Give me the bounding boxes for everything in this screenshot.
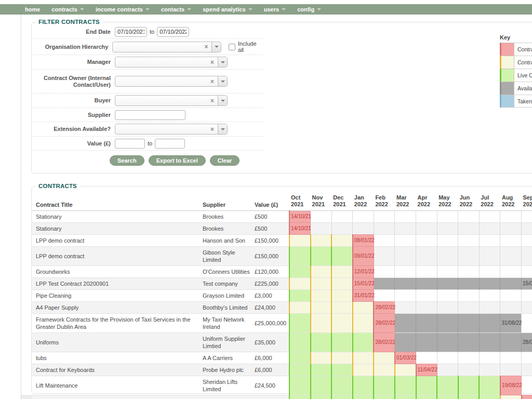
gantt-cell-none bbox=[374, 266, 395, 278]
key-row: Contrac bbox=[500, 43, 532, 56]
gantt-cell-none bbox=[437, 211, 458, 223]
gantt-cell-live bbox=[331, 247, 353, 266]
nav-item-label: home bbox=[25, 6, 40, 12]
gantt-date-label: 09/01/22 bbox=[353, 252, 374, 260]
nav-item-users[interactable]: users bbox=[262, 5, 288, 14]
table-row[interactable]: StationaryBrookes£50014/10/21 bbox=[32, 211, 532, 223]
clear-button[interactable]: Clear bbox=[210, 155, 240, 166]
gantt-cell-ext bbox=[437, 278, 458, 290]
gantt-cell-end: 14/10/21 bbox=[289, 223, 311, 235]
gantt-cell-none bbox=[416, 211, 437, 223]
column-header-month: Jul2022 bbox=[479, 193, 500, 211]
gantt-cell-none bbox=[479, 352, 500, 364]
nav-item-income-contracts[interactable]: income contracts bbox=[94, 5, 152, 14]
value-cell: £225,000 bbox=[252, 278, 289, 290]
clear-selection-icon[interactable]: × bbox=[207, 97, 218, 104]
gantt-cell-none bbox=[353, 223, 374, 235]
export-to-excel-button[interactable]: Export to Excel bbox=[149, 155, 206, 166]
gantt-cell-ext bbox=[416, 278, 437, 290]
gantt-cell-notice bbox=[311, 290, 332, 302]
gantt-cell-end: 28/02/22 bbox=[374, 302, 395, 314]
gantt-cell-none bbox=[479, 266, 500, 278]
gantt-cell-none bbox=[479, 247, 500, 266]
key-row: Contrac bbox=[500, 56, 532, 69]
table-row[interactable]: Contract for KeyboardsProbe Hydro plc£6,… bbox=[32, 364, 532, 376]
gantt-cell-none bbox=[374, 235, 395, 247]
manager-select[interactable]: × bbox=[115, 57, 228, 68]
dropdown-arrow-icon[interactable] bbox=[218, 124, 227, 134]
value-cell: £500 bbox=[252, 223, 289, 235]
buyer-label: Buyer bbox=[32, 97, 111, 104]
dropdown-arrow-icon[interactable] bbox=[218, 96, 227, 105]
dropdown-arrow-icon[interactable] bbox=[218, 57, 227, 67]
gantt-cell-none bbox=[522, 235, 532, 247]
table-row[interactable]: GroundworksO'Conners Utilities£120,00012… bbox=[32, 266, 532, 278]
organisation-hierarchy-select[interactable]: × bbox=[112, 42, 221, 52]
contract-title-cell: Lift Maintenance bbox=[32, 376, 201, 395]
nav-item-config[interactable]: config bbox=[295, 5, 323, 14]
column-header-month: Jun2022 bbox=[458, 193, 480, 211]
value-from-input[interactable] bbox=[115, 139, 145, 149]
gantt-cell-none bbox=[416, 266, 437, 278]
table-row[interactable]: LPP Test Contract 20200901Test company£2… bbox=[32, 278, 532, 290]
gantt-cell-none bbox=[522, 364, 532, 376]
gantt-cell-end: 14/10/21 bbox=[289, 211, 311, 223]
key-swatch bbox=[500, 43, 514, 56]
chevron-down-icon bbox=[248, 8, 252, 10]
search-button[interactable]: Search bbox=[110, 155, 144, 166]
column-header-month: Aug2022 bbox=[500, 193, 522, 211]
gantt-cell-live bbox=[416, 395, 437, 399]
gantt-cell-notice bbox=[331, 352, 353, 364]
column-header-contract-title: Contract Title bbox=[32, 193, 201, 211]
dropdown-arrow-icon[interactable] bbox=[211, 42, 221, 52]
filter-row-value: Value (£) to bbox=[32, 137, 263, 151]
value-to-input[interactable] bbox=[155, 139, 185, 149]
table-row[interactable]: Lift MaintenanceSheridan Lifts Limited£2… bbox=[32, 376, 532, 395]
contract-title-cell: Stationary bbox=[32, 211, 201, 223]
table-row[interactable]: LPP demo contractHanson and Son£150,0000… bbox=[32, 235, 532, 247]
gantt-cell-ext bbox=[416, 314, 437, 333]
gantt-cell-none bbox=[416, 290, 437, 302]
gantt-cell-live bbox=[416, 376, 437, 395]
gantt-cell-ext bbox=[395, 333, 416, 352]
extension-available-select[interactable]: × bbox=[115, 124, 228, 135]
clear-selection-icon[interactable]: × bbox=[207, 78, 218, 85]
left-divider bbox=[21, 15, 21, 399]
gantt-date-label: 28/0 bbox=[522, 339, 532, 346]
nav-item-spend-analytics[interactable]: spend analytics bbox=[201, 5, 255, 14]
table-row[interactable]: Contract for FM SupportSheridan Lifts Li… bbox=[32, 395, 532, 399]
table-row[interactable]: Pipe CleaningGrayson Limited£3,00031/01/… bbox=[32, 290, 532, 302]
nav-item-contracts[interactable]: contracts bbox=[49, 5, 86, 14]
table-row[interactable]: UniformsUniform Supplier Limtied£35,0002… bbox=[32, 333, 532, 352]
include-all-checkbox[interactable] bbox=[229, 44, 235, 50]
end-date-to-input[interactable] bbox=[157, 27, 189, 37]
filter-row-contract-owner: Contract Owner (Internal Contact/User) × bbox=[32, 70, 263, 94]
clear-selection-icon[interactable]: × bbox=[207, 126, 218, 133]
table-row[interactable]: Framework Contracts for the Provision of… bbox=[32, 314, 532, 333]
gantt-cell-none bbox=[437, 223, 458, 235]
table-row[interactable]: tubsA A Carriers£6,00001/03/22 bbox=[32, 352, 532, 364]
gantt-cell-live bbox=[289, 333, 311, 352]
clear-selection-icon[interactable]: × bbox=[201, 43, 211, 50]
gantt-cell-notice bbox=[311, 266, 332, 278]
nav-item-home[interactable]: home bbox=[23, 5, 42, 14]
gantt-cell-live bbox=[395, 376, 416, 395]
contract-owner-select[interactable]: × bbox=[115, 76, 228, 87]
buyer-select[interactable]: × bbox=[115, 95, 228, 106]
gantt-date-label: 14/10/21 bbox=[290, 225, 310, 232]
key-label: Contrac bbox=[514, 56, 532, 69]
gantt-cell-live bbox=[331, 364, 353, 376]
gantt-cell-none bbox=[500, 352, 522, 364]
table-row[interactable]: LPP demo contractGibson Style Limited£15… bbox=[32, 247, 532, 266]
dropdown-arrow-icon[interactable] bbox=[218, 76, 227, 86]
gantt-cell-none bbox=[395, 290, 416, 302]
nav-item-contacts[interactable]: contacts bbox=[159, 5, 193, 14]
key-swatch bbox=[500, 69, 514, 82]
table-row[interactable]: A4 Paper SupplyBoothby's Limited£24,0002… bbox=[32, 302, 532, 314]
key-swatch bbox=[500, 82, 514, 95]
clear-selection-icon[interactable]: × bbox=[207, 59, 218, 66]
supplier-input[interactable] bbox=[115, 110, 185, 120]
end-date-from-input[interactable] bbox=[115, 27, 147, 37]
gantt-cell-notice bbox=[331, 314, 353, 333]
table-row[interactable]: StationaryBrookes£50014/10/21 bbox=[32, 223, 532, 235]
